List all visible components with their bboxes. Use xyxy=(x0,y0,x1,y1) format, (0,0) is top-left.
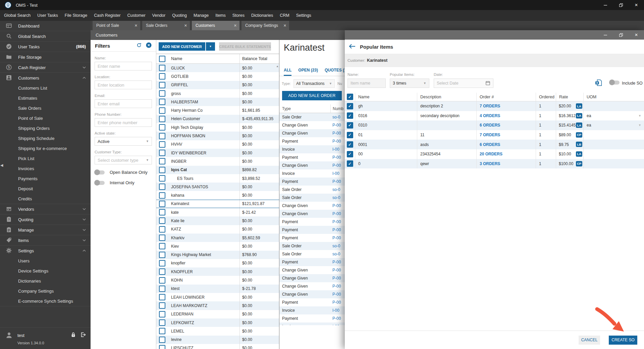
checkbox[interactable] xyxy=(159,302,165,309)
toggle-open-balance-only[interactable] xyxy=(95,170,105,174)
checkbox[interactable] xyxy=(159,243,165,249)
customer-row-gluck[interactable]: GLUCK$0.00 xyxy=(156,64,279,72)
refresh-icon[interactable] xyxy=(137,43,142,49)
transaction-row[interactable]: PaymentP-00 xyxy=(279,234,346,242)
checkbox[interactable] xyxy=(159,150,165,156)
transaction-row[interactable]: Change GivenP-00 xyxy=(279,282,346,290)
sidebar-item-file-storage[interactable]: File Storage xyxy=(0,52,91,62)
menu-items[interactable]: Items xyxy=(212,10,229,21)
sidebar-item-vendors[interactable]: Vendors xyxy=(0,204,91,214)
checkbox[interactable] xyxy=(159,73,165,80)
menu-settings[interactable]: Settings xyxy=(293,10,315,21)
customer-row-halberstam[interactable]: HALBERSTAM$0.00 xyxy=(156,98,279,106)
popular-item-row-01[interactable]: 01117 ORDERS1$89.00CP xyxy=(345,130,644,140)
sidebar-item-estimates[interactable]: Estimates xyxy=(0,93,91,103)
sidebar-item-dashboard[interactable]: Dashboard xyxy=(0,21,91,31)
customer-row-high-tech-display[interactable]: High Tech Display$0.00 xyxy=(156,123,279,132)
popular-items-select[interactable]: 3 times ▼ xyxy=(390,79,429,88)
sidebar-item-e-commerce-synch-settings[interactable]: E-commerce Synch Settings xyxy=(0,296,91,306)
menu-dictionaries[interactable]: Dictionaries xyxy=(248,10,276,21)
customer-row-karinatest[interactable]: Karinatest$121,921.87 xyxy=(156,200,279,208)
sidebar-item-customers[interactable]: Customers xyxy=(0,72,91,83)
transaction-row[interactable]: Change GivenP-00 xyxy=(279,202,346,210)
sidebar-item-credits[interactable]: Credits xyxy=(0,194,91,204)
create-bulk-statements-button[interactable]: CREATE BULK STATEMENTS xyxy=(219,42,271,51)
customer-row-gotlieb[interactable]: GOTLIEB$0.00 xyxy=(156,72,279,81)
sidebar-item-global-search[interactable]: Global Search xyxy=(0,31,91,41)
checkbox[interactable] xyxy=(159,277,165,284)
transaction-number-link[interactable]: so-0 xyxy=(330,187,346,192)
checkbox[interactable] xyxy=(159,158,165,164)
sidebar-collapse-icon[interactable]: ◀ xyxy=(0,163,3,167)
customer-row-lefkowitz[interactable]: LEFKOWITZ$0.00 xyxy=(156,318,279,327)
menu-customer[interactable]: Customer xyxy=(124,10,149,21)
transaction-row[interactable]: Change GivenP-00 xyxy=(279,274,346,282)
transaction-number-link[interactable]: so-0 xyxy=(330,195,346,200)
customer-row-leah-lowinger[interactable]: LEAH LOWINGER$0.00 xyxy=(156,293,279,301)
sidebar-item-company-settings[interactable]: Company Settings xyxy=(0,286,91,296)
checkbox[interactable] xyxy=(159,311,165,317)
close-icon[interactable]: ✕ xyxy=(629,0,644,10)
create-so-button[interactable]: CREATE SO xyxy=(609,336,637,345)
transaction-number-link[interactable]: P-00 xyxy=(330,139,346,144)
sidebar-item-dictionaries[interactable]: Dictionaries xyxy=(0,276,91,286)
transaction-row[interactable]: Sale Orderso-0 xyxy=(279,194,346,202)
customer-row-lemel[interactable]: LEMEL$0.00 xyxy=(156,327,279,335)
transaction-row[interactable]: PaymentP-00 xyxy=(279,226,346,234)
menu-quoting[interactable]: Quoting xyxy=(169,10,190,21)
item-name-input[interactable] xyxy=(347,79,386,88)
modal-minimize-icon[interactable] xyxy=(598,30,613,40)
detail-tab-open-23[interactable]: OPEN (23) xyxy=(298,68,318,76)
menu-cash-register[interactable]: Cash Register xyxy=(91,10,124,21)
orders-link[interactable]: 7 ORDERS xyxy=(480,133,500,137)
sidebar-item-point-of-sale[interactable]: Point of Sale xyxy=(0,113,91,123)
close-icon[interactable]: ✕ xyxy=(184,23,187,28)
close-icon[interactable]: ✕ xyxy=(234,23,237,28)
filter-input-phone-number[interactable] xyxy=(95,118,152,127)
checkbox[interactable] xyxy=(347,112,353,119)
customer-row-leah-markowitz[interactable]: LEAH MARKOWITZ$0.00 xyxy=(156,301,279,310)
customer-row-ktest[interactable]: ktest$-21.78 xyxy=(156,285,279,293)
sidebar-item-sale-orders[interactable]: Sale Orders xyxy=(0,103,91,113)
checkbox[interactable] xyxy=(159,268,165,275)
customer-row-katz[interactable]: KATZ$0.00 xyxy=(156,225,279,234)
sidebar-item-shipping-orders[interactable]: Shipping Orders xyxy=(0,123,91,133)
modal-restore-icon[interactable] xyxy=(613,30,629,40)
menu-file-storage[interactable]: File Storage xyxy=(61,10,91,21)
sidebar-item-invoices[interactable]: Invoices xyxy=(0,163,91,173)
checkbox[interactable] xyxy=(347,151,353,157)
add-new-customer-button[interactable]: ADD NEW CUSTOMER xyxy=(159,42,205,51)
checkbox[interactable] xyxy=(159,124,165,131)
transaction-number-link[interactable]: P-00 xyxy=(330,300,346,305)
transaction-row[interactable]: PaymentP-00 xyxy=(279,153,346,161)
checkbox[interactable] xyxy=(159,107,165,114)
transaction-number-link[interactable]: P-00 xyxy=(330,155,346,160)
detail-tab-quotes-1[interactable]: QUOTES (1 xyxy=(325,68,346,76)
transaction-row[interactable]: InvoiceI-00 xyxy=(279,322,346,325)
transaction-number-link[interactable]: I-00 xyxy=(330,324,346,325)
popular-item-row-0001[interactable]: 0001asds6 ORDERS1$9.75LB xyxy=(345,140,644,149)
modal-close-icon[interactable]: ✕ xyxy=(629,30,644,40)
transaction-number-link[interactable]: P-00 xyxy=(330,236,346,240)
checkbox[interactable] xyxy=(159,252,165,258)
transaction-number-link[interactable]: I-00 xyxy=(330,147,346,152)
scroll-up-icon[interactable]: ▲ xyxy=(276,65,279,68)
customer-row-knopfler[interactable]: KNOPFLER$0.00 xyxy=(156,267,279,276)
clear-filters-icon[interactable] xyxy=(146,42,152,49)
transaction-row[interactable]: Sale Orderso-0 xyxy=(279,250,346,258)
popular-item-row-00[interactable]: 0023432545420 ORDERS1$10.00LA xyxy=(345,149,644,159)
transaction-row[interactable]: Change GivenP-00 xyxy=(279,121,346,129)
transaction-number-link[interactable]: so-0 xyxy=(330,252,346,256)
close-icon[interactable]: ✕ xyxy=(135,23,138,28)
checkbox[interactable] xyxy=(159,184,165,190)
add-customer-dropdown-icon[interactable]: ▼ xyxy=(206,42,215,51)
customer-row-levine[interactable]: levine$0.00 xyxy=(156,336,279,344)
transaction-row[interactable]: Change GivenP-00 xyxy=(279,210,346,218)
popular-item-row-0316[interactable]: 0316secondary description4 ORDERS1$16.36… xyxy=(345,111,644,121)
sidebar-item-manage[interactable]: Manage xyxy=(0,225,91,235)
tab-company-settings[interactable]: Company Settings✕ xyxy=(241,21,289,30)
transaction-number-link[interactable]: so-0 xyxy=(330,244,346,248)
menu-vendor[interactable]: Vendor xyxy=(149,10,169,21)
customer-row-lederman[interactable]: LEDERMAN$0.00 xyxy=(156,310,279,318)
transaction-row[interactable]: InvoiceI-00 xyxy=(279,306,346,314)
